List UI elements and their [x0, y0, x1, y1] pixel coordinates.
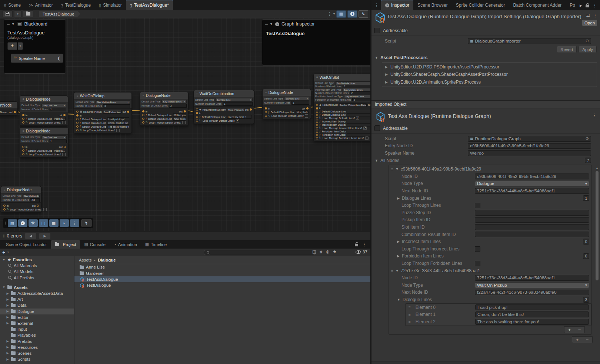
node-row-check[interactable]: ↻Loop Through Forbidden Item Lines? [314, 136, 370, 140]
graph-tool-button-3[interactable]: ▢ [39, 219, 48, 227]
inspector-row-node-type[interactable]: Node TypeDialogue [389, 180, 591, 188]
out-port[interactable] [306, 107, 309, 109]
property-dropdown[interactable]: Say Multiple Lines▾ [96, 100, 130, 104]
editor-tab[interactable]: # Scene [0, 0, 25, 10]
node-collapse-icon[interactable]: ≡ [196, 92, 198, 95]
checkbox[interactable] [365, 136, 369, 140]
bottom-tab[interactable]: ◔ Animation [110, 240, 141, 249]
element-drag-handle[interactable]: ≡ [406, 305, 410, 309]
out-port[interactable] [127, 111, 129, 113]
property-dropdown[interactable]: Say Multiple Lines▾ [161, 100, 187, 104]
visibility-counter[interactable]: 37 [356, 250, 367, 254]
assets-root[interactable]: ▼ Assets [0, 284, 74, 290]
graph-inspector-toggle-button[interactable]: i [347, 10, 357, 18]
inspector-scrollbar[interactable]: ▲ ▼ [595, 166, 599, 364]
foldout-arrow-icon[interactable]: ▶ [389, 240, 400, 243]
graph-edge-2[interactable] [131, 110, 140, 111]
text-field[interactable]: Nice, that's it! [296, 110, 309, 114]
field-value[interactable] [475, 217, 589, 223]
node-row-check[interactable]: ↻Loop Through Default Lines? [20, 121, 68, 124]
element-value[interactable]: The ass is waiting there for you! [475, 319, 589, 325]
node-collapse-icon[interactable]: ≡ [316, 76, 318, 79]
field-port[interactable] [76, 125, 79, 128]
node-collapse-icon[interactable]: ≡ [77, 94, 79, 98]
checkbox[interactable] [475, 203, 480, 208]
foldout-arrow-icon[interactable]: ▶ [389, 254, 400, 258]
inspector-row-next-node-id[interactable]: Next Node IDf22a475e-4c2f-41c6-9b73-6a83… [389, 289, 591, 296]
dropdown-value[interactable]: Wait On Pickup [475, 282, 589, 288]
add-element-button[interactable]: + [576, 337, 579, 343]
field-port[interactable] [265, 115, 267, 117]
graph-breadcrumb[interactable]: TestAssDialogue [39, 11, 80, 17]
postprocessor-item[interactable]: ▶ UnityEditor.ShaderGraph.ShaderGraphAss… [382, 71, 597, 78]
blackboard-add-dropdown[interactable]: ▾ [18, 42, 23, 50]
graph-node-dialogue-3[interactable]: ≡DialogueNodeDefault Line TypeSay Multip… [140, 92, 189, 126]
tree-folder-item[interactable]: ▶ External [0, 320, 74, 326]
property-dropdown[interactable]: Say Multiple Lines▾ [344, 95, 370, 98]
node-collapse-icon[interactable]: ≡ [23, 129, 24, 133]
element-value[interactable]: I said pick it up! [475, 304, 589, 310]
saved-search-star-icon[interactable]: ★ [333, 249, 336, 254]
lock-icon[interactable] [355, 242, 359, 247]
search-by-type-icon[interactable]: ◫ [312, 249, 316, 254]
graph-node-dialogue-4[interactable]: ≡DialogueNodeDefault Line TypeSay One Li… [262, 89, 311, 119]
asset-postprocessors-foldout[interactable]: ▼ Asset PostProcessors [371, 54, 600, 61]
tab-scroll-right-icon[interactable]: ▶ [580, 4, 582, 7]
text-field[interactable]: I said pick it up! [107, 117, 129, 121]
graph-tool-button-0[interactable]: ▤ [8, 219, 17, 227]
inspector-tab[interactable]: i Po [566, 0, 579, 10]
header-more-icon[interactable]: ⋮ [593, 13, 597, 18]
object-picker-icon[interactable]: ⊙ [586, 38, 589, 43]
field-port[interactable] [196, 119, 198, 122]
in-port[interactable] [265, 107, 267, 109]
property-input[interactable]: 1 [291, 101, 309, 105]
inspector-row-dialogue-lines[interactable]: ▶Dialogue Lines1 [389, 195, 591, 202]
node-row-field[interactable]: ƒDefault Dialogue LinePsst boy... W [20, 149, 68, 152]
graph-tool-button-5[interactable]: ◗ [60, 219, 69, 227]
in-port[interactable] [196, 112, 198, 114]
file-list-item[interactable]: {} Gardener [74, 270, 370, 276]
tree-folder-item[interactable]: ▶ Resources [0, 344, 74, 350]
array-size-field[interactable]: 0 [583, 239, 589, 245]
node-row-in[interactable]: in [74, 114, 131, 117]
scroll-up-icon[interactable]: ▲ [595, 166, 599, 170]
field-port[interactable] [316, 137, 318, 139]
graph-tool-button-1[interactable]: i [18, 219, 27, 227]
field-value[interactable]: 7251e73e-38d3-44ff-a8c5-bcf54088aaf1 [475, 275, 589, 281]
node-row-check[interactable]: ↻Loop Through Default Lines? [20, 152, 68, 156]
inspector-row-combination-result-item-id[interactable]: Combination Result Item ID [389, 231, 591, 238]
node-row-field[interactable]: ƒDefault Dialogue Line 2 [314, 113, 370, 117]
graph-tool-button-6[interactable]: ⋮ [70, 219, 79, 227]
property-dropdown[interactable]: Say One Line▾ [284, 97, 309, 101]
search-importlog-icon[interactable]: ◎ [326, 249, 330, 254]
foldout-arrow[interactable]: ▶ [6, 310, 9, 313]
script-object-field[interactable]: ▦ RuntimeDialogueGraph ⊙ [468, 136, 591, 142]
inspector-tab[interactable]: i Sprite Collider Generator [452, 0, 509, 10]
node-title[interactable]: ≡DialogueNode [20, 128, 68, 135]
tree-folder-item[interactable]: Playables [0, 332, 74, 338]
field-port[interactable] [316, 131, 318, 133]
bottom-tab[interactable]: ▤ Console [80, 240, 110, 249]
script-object-field[interactable]: ▦ DialogueGraphImporter ⊙ [468, 38, 591, 44]
field-port[interactable] [76, 129, 79, 131]
inspector-row-incorrect-item-lines[interactable]: ▶Incorrect Item Lines0 [389, 238, 591, 245]
addressable-checkbox[interactable] [374, 28, 380, 33]
array-size-field[interactable]: 3 [583, 297, 589, 303]
graph-debug-toggle[interactable]: ↯ [81, 219, 91, 227]
inspector-row-node-type[interactable]: Node TypeWait On Pickup [389, 282, 591, 289]
checkbox[interactable] [475, 261, 480, 266]
blackboard-panel[interactable]: ═ ▼ ▦ Blackboard TestAssDialogue (Dialog… [4, 19, 66, 74]
property-input[interactable]: -55 [30, 198, 40, 202]
favorites-root[interactable]: ▼ ★ Favorites [0, 257, 74, 263]
scrollbar-thumb[interactable] [596, 171, 599, 280]
property-input[interactable]: 2 [352, 98, 370, 101]
speaker-name-field[interactable]: Weirdo [468, 150, 591, 156]
checkbox[interactable] [475, 246, 480, 252]
toolbar-drag-handle[interactable]: ‖ [5, 221, 6, 225]
checkbox[interactable] [62, 153, 66, 156]
node-title[interactable]: ≡DialogueNode [20, 96, 68, 103]
collapse-arrow-icon[interactable]: ▼ [270, 22, 273, 26]
field-port[interactable] [76, 118, 79, 120]
foldout-arrow[interactable]: ▶ [6, 304, 9, 307]
field-port[interactable] [196, 116, 198, 118]
